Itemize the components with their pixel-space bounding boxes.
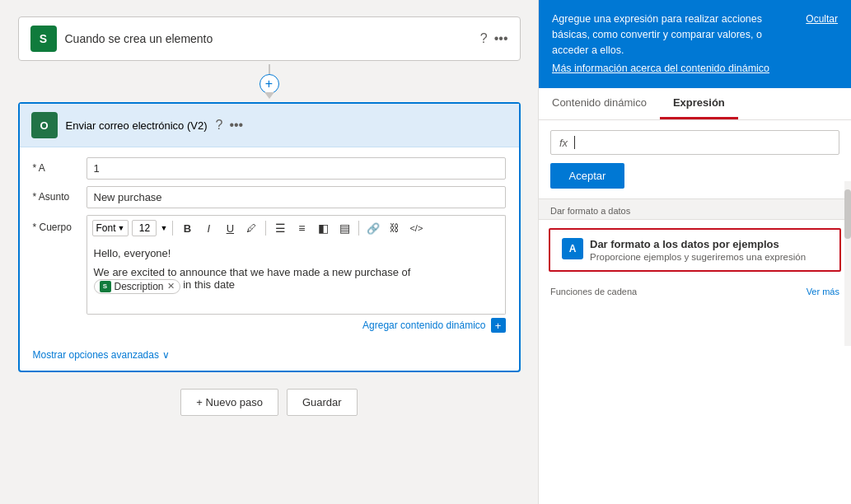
nuevo-paso-button[interactable]: + Nuevo paso xyxy=(180,389,278,416)
dynamic-plus-btn[interactable]: + xyxy=(491,318,506,333)
code-btn[interactable]: </> xyxy=(407,219,425,237)
right-panel: Agregue una expresión para realizar acci… xyxy=(538,0,851,504)
connector-line-top xyxy=(269,64,270,74)
format-item-icon: A xyxy=(562,238,583,259)
font-label: Font xyxy=(96,222,116,234)
trigger-card: S Cuando se crea un elemento ? ••• xyxy=(18,16,521,61)
ver-mas-link[interactable]: Ver más xyxy=(807,287,839,296)
bold-btn[interactable]: B xyxy=(178,219,196,237)
panel-expression-area: fx Aceptar xyxy=(539,120,851,198)
trigger-title: Cuando se crea un elemento xyxy=(65,32,472,45)
chain-title-label: Funciones de cadena xyxy=(550,287,637,296)
aceptar-btn[interactable]: Aceptar xyxy=(550,163,624,189)
format-item-title: Dar formato a los datos por ejemplos xyxy=(590,238,806,250)
email-more-icon[interactable]: ••• xyxy=(229,118,243,133)
font-size[interactable]: 12 xyxy=(132,220,157,236)
connector: + xyxy=(260,64,279,99)
body-field-wrapper: Font ▼ 12 ▼ B I U 🖊 ☰ ≡ ◧ xyxy=(87,215,506,333)
toolbar-sep-1 xyxy=(172,221,173,236)
body-editor[interactable]: Hello, everyone! We are excited to annou… xyxy=(87,240,506,315)
email-card-body: * A * Asunto * Cuerpo Font ▼ xyxy=(20,147,519,343)
scrollbar-track xyxy=(844,181,851,346)
font-selector[interactable]: Font ▼ xyxy=(92,220,129,236)
panel-chain-section: Funciones de cadena Ver más xyxy=(539,280,851,303)
body-field-row: * Cuerpo Font ▼ 12 ▼ B I U 🖊 xyxy=(33,215,506,333)
dynamic-content-link[interactable]: Agregar contenido dinámico xyxy=(362,320,485,331)
format-item-desc: Proporcione ejemplos y sugeriremos una e… xyxy=(590,252,806,262)
font-size-dropdown-icon[interactable]: ▼ xyxy=(160,224,167,232)
format-item-content: Dar formato a los datos por ejemplos Pro… xyxy=(590,238,806,262)
advanced-options[interactable]: Mostrar opciones avanzadas ∨ xyxy=(20,343,519,371)
trigger-actions: ? ••• xyxy=(480,31,508,46)
email-card-actions: ? ••• xyxy=(215,118,243,133)
dynamic-content-row: Agregar contenido dinámico + xyxy=(87,315,506,333)
highlight-btn[interactable]: 🖊 xyxy=(242,219,260,237)
main-area: S Cuando se crea un elemento ? ••• + O E… xyxy=(0,0,538,504)
email-help-icon[interactable]: ? xyxy=(215,118,222,133)
panel-section-title: Dar formato a datos xyxy=(539,198,851,220)
scrollbar-thumb[interactable] xyxy=(844,189,851,239)
tab-dynamic-content[interactable]: Contenido dinámico xyxy=(539,88,660,119)
token-label: Description xyxy=(115,281,164,292)
to-field-row: * A xyxy=(33,157,506,180)
align-center-btn[interactable]: ▤ xyxy=(335,219,353,237)
body-line-2: We are excited to announce that we have … xyxy=(94,266,498,294)
body-toolbar: Font ▼ 12 ▼ B I U 🖊 ☰ ≡ ◧ xyxy=(87,215,506,240)
subject-field-row: * Asunto xyxy=(33,186,506,208)
connector-arrow xyxy=(264,92,274,99)
panel-tabs: Contenido dinámico Expresión xyxy=(539,88,851,120)
to-label: * A xyxy=(33,157,78,174)
trigger-help-icon[interactable]: ? xyxy=(480,31,488,46)
body-line-2-after: in this date xyxy=(183,278,235,291)
token-icon: S xyxy=(100,281,111,292)
ordered-list-btn[interactable]: ≡ xyxy=(292,219,311,237)
subject-label: * Asunto xyxy=(33,186,78,203)
toolbar-sep-3 xyxy=(358,221,359,236)
fx-input-row: fx xyxy=(550,130,839,155)
guardar-button[interactable]: Guardar xyxy=(287,389,358,416)
underline-btn[interactable]: U xyxy=(221,219,239,237)
email-card: O Enviar correo electrónico (V2) ? ••• *… xyxy=(18,102,521,372)
to-input[interactable] xyxy=(87,157,506,180)
description-token[interactable]: S Description ✕ xyxy=(94,279,180,294)
email-card-header: O Enviar correo electrónico (V2) ? ••• xyxy=(20,104,519,147)
token-close-btn[interactable]: ✕ xyxy=(167,281,175,292)
add-step-plus[interactable]: + xyxy=(260,74,279,94)
link-btn[interactable]: 🔗 xyxy=(364,219,382,237)
trigger-icon: S xyxy=(30,26,57,52)
fx-icon: fx xyxy=(559,137,568,149)
subject-input[interactable] xyxy=(87,186,506,208)
panel-info-text: Agregue una expresión para realizar acci… xyxy=(552,12,799,77)
trigger-more-icon[interactable]: ••• xyxy=(494,31,508,46)
to-required: * xyxy=(33,162,39,174)
panel-hide-btn[interactable]: Ocultar xyxy=(806,12,838,26)
advanced-chevron-icon: ∨ xyxy=(162,349,170,361)
fx-cursor xyxy=(574,136,575,149)
body-line-1: Hello, everyone! xyxy=(94,247,498,259)
format-item[interactable]: A Dar formato a los datos por ejemplos P… xyxy=(549,228,841,272)
unlink-btn[interactable]: ⛓ xyxy=(386,219,404,237)
italic-btn[interactable]: I xyxy=(199,219,217,237)
toolbar-sep-2 xyxy=(265,221,266,236)
unordered-list-btn[interactable]: ☰ xyxy=(271,219,289,237)
tab-expression[interactable]: Expresión xyxy=(660,88,738,119)
email-card-icon: O xyxy=(31,112,58,138)
body-label: * Cuerpo xyxy=(33,215,78,233)
bottom-buttons: + Nuevo paso Guardar xyxy=(180,389,357,416)
panel-info-link[interactable]: Más información acerca del contenido din… xyxy=(552,61,799,77)
font-dropdown-icon: ▼ xyxy=(118,224,125,232)
panel-info-box: Agregue una expresión para realizar acci… xyxy=(539,0,851,88)
align-left-btn[interactable]: ◧ xyxy=(314,219,332,237)
email-card-title: Enviar correo electrónico (V2) xyxy=(66,119,208,132)
